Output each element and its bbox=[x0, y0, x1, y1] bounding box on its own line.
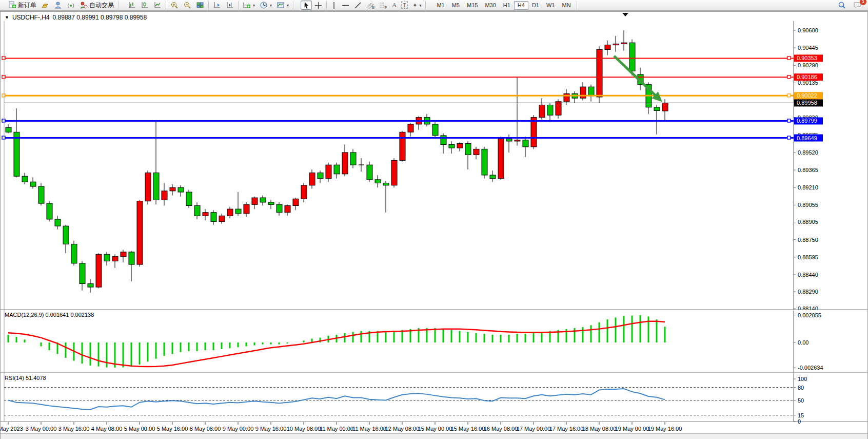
svg-text:0.90600: 0.90600 bbox=[798, 27, 818, 33]
svg-text:8 May 08:00: 8 May 08:00 bbox=[190, 426, 221, 432]
svg-text:E: E bbox=[372, 6, 374, 9]
new-order-icon bbox=[8, 1, 16, 9]
svg-text:0.90022: 0.90022 bbox=[797, 92, 817, 99]
zoom-in-icon bbox=[170, 1, 179, 9]
svg-text:0.89365: 0.89365 bbox=[798, 167, 818, 173]
svg-text:0.88905: 0.88905 bbox=[798, 219, 818, 225]
toolbar-grip[interactable] bbox=[2, 2, 5, 9]
svg-text:0.90186: 0.90186 bbox=[797, 74, 817, 80]
rsi-line bbox=[8, 389, 665, 410]
svg-text:0.00: 0.00 bbox=[798, 339, 808, 346]
svg-text:0.88750: 0.88750 bbox=[798, 237, 818, 243]
svg-text:0.90290: 0.90290 bbox=[798, 62, 818, 68]
new-order-button[interactable]: 新订单 bbox=[6, 1, 38, 10]
toolbar-grip[interactable] bbox=[122, 2, 124, 9]
signal-button[interactable] bbox=[65, 1, 77, 10]
vertical-line-icon bbox=[331, 2, 337, 9]
svg-text:12 May 08:00: 12 May 08:00 bbox=[385, 426, 420, 432]
horizontal-line-objects[interactable] bbox=[2, 56, 794, 139]
cursor-button[interactable] bbox=[301, 1, 312, 10]
autotrading-label: 自动交易 bbox=[89, 1, 114, 10]
indicators-button[interactable]: ▾ bbox=[241, 1, 257, 10]
bar-chart-icon bbox=[128, 1, 136, 9]
zoom-out-button[interactable] bbox=[181, 1, 193, 10]
svg-text:15: 15 bbox=[798, 412, 804, 418]
status-strip bbox=[1, 433, 867, 439]
templates-button[interactable]: ▾ bbox=[274, 1, 291, 10]
toolbar-separator bbox=[293, 1, 293, 9]
timeframe-h4-button[interactable]: H4 bbox=[514, 1, 528, 10]
rsi-panel: 1008050150 bbox=[4, 376, 807, 425]
timeframe-m1-button[interactable]: M1 bbox=[433, 1, 448, 10]
arrows-button[interactable]: ✦ ▾ bbox=[410, 1, 423, 10]
notifications-button[interactable]: 1 bbox=[851, 1, 864, 10]
timeframe-h1-button[interactable]: H1 bbox=[500, 1, 514, 10]
chart-shift-marker[interactable] bbox=[622, 13, 628, 16]
svg-text:0: 0 bbox=[798, 418, 801, 425]
tile-windows-button[interactable] bbox=[194, 1, 206, 10]
timeframe-mn-button[interactable]: MN bbox=[558, 1, 574, 10]
text-tool-icon: A bbox=[392, 1, 397, 9]
svg-text:17 May 16:00: 17 May 16:00 bbox=[549, 426, 584, 432]
crosshair-button[interactable] bbox=[312, 1, 324, 10]
toolbar-grip[interactable] bbox=[429, 2, 431, 9]
svg-text:0.88140: 0.88140 bbox=[798, 306, 818, 312]
periods-button[interactable]: ▾ bbox=[258, 1, 274, 10]
svg-text:15 May 16:00: 15 May 16:00 bbox=[451, 426, 485, 432]
chart-shift-button[interactable] bbox=[224, 1, 236, 10]
bar-chart-button[interactable] bbox=[126, 1, 138, 10]
time-axis: 2 May 20233 May 00:003 May 16:004 May 08… bbox=[1, 422, 682, 432]
svg-text:17 May 00:00: 17 May 00:00 bbox=[517, 426, 551, 432]
text-button[interactable]: A bbox=[390, 1, 399, 10]
svg-text:0.89210: 0.89210 bbox=[798, 184, 818, 190]
timeframe-m5-button[interactable]: M5 bbox=[448, 1, 463, 10]
toolbar-separator bbox=[577, 1, 577, 9]
toolbar-grip[interactable] bbox=[297, 2, 299, 9]
svg-text:50: 50 bbox=[798, 397, 804, 404]
timeframe-m15-button[interactable]: M15 bbox=[463, 1, 481, 10]
gold-bars-button[interactable] bbox=[39, 1, 51, 10]
trendline-button[interactable] bbox=[352, 1, 364, 10]
autotrading-icon bbox=[80, 1, 88, 9]
toolbar-separator bbox=[425, 1, 426, 9]
toolbar-separator bbox=[118, 1, 119, 9]
signal-icon bbox=[67, 1, 75, 9]
gold-bars-icon bbox=[41, 1, 49, 9]
zoom-in-button[interactable] bbox=[168, 1, 181, 10]
profile-button[interactable] bbox=[52, 1, 64, 10]
text-label-button[interactable]: T bbox=[399, 1, 410, 10]
fibonacci-button[interactable]: F bbox=[377, 1, 389, 10]
rsi-label: RSI(14) 51.4078 bbox=[5, 375, 46, 381]
svg-text:11 May 00:00: 11 May 00:00 bbox=[320, 426, 353, 432]
chevron-down-icon: ▾ bbox=[419, 3, 421, 8]
search-icon bbox=[838, 1, 846, 9]
clock-icon bbox=[260, 1, 268, 9]
search-button[interactable] bbox=[836, 1, 848, 10]
svg-text:11 May 16:00: 11 May 16:00 bbox=[352, 426, 386, 432]
timeframe-w1-button[interactable]: W1 bbox=[543, 1, 559, 10]
toolbar-separator bbox=[166, 1, 166, 9]
chart-window: ▼ USDCHF-,H4 0.89887 0.89991 0.89798 0.8… bbox=[0, 11, 868, 439]
horizontal-line-button[interactable] bbox=[340, 1, 351, 10]
vertical-line-button[interactable] bbox=[329, 1, 339, 10]
label-tool-icon: T bbox=[401, 2, 408, 9]
chevron-down-icon: ▾ bbox=[270, 3, 272, 8]
candlestick-chart-button[interactable] bbox=[139, 1, 151, 10]
svg-text:0.89799: 0.89799 bbox=[797, 118, 817, 124]
trendline-icon bbox=[354, 2, 362, 9]
timeframe-d1-button[interactable]: D1 bbox=[528, 1, 543, 10]
svg-text:0.89520: 0.89520 bbox=[798, 149, 818, 156]
svg-text:5 May 16:00: 5 May 16:00 bbox=[157, 426, 188, 432]
svg-text:15 May 00:00: 15 May 00:00 bbox=[418, 426, 452, 432]
autotrading-button[interactable]: 自动交易 bbox=[77, 1, 116, 10]
auto-scroll-button[interactable] bbox=[211, 1, 223, 10]
template-icon bbox=[277, 1, 285, 9]
timeframe-m30-button[interactable]: M30 bbox=[481, 1, 499, 10]
svg-text:0.88440: 0.88440 bbox=[798, 272, 818, 278]
svg-text:3 May 00:00: 3 May 00:00 bbox=[26, 426, 57, 432]
svg-text:3 May 16:00: 3 May 16:00 bbox=[58, 426, 90, 432]
zoom-out-icon bbox=[183, 1, 191, 9]
line-chart-button[interactable] bbox=[151, 1, 164, 10]
chart-canvas[interactable]: 0.906000.904450.902900.901350.899800.898… bbox=[1, 12, 867, 438]
equidistant-channel-button[interactable]: E bbox=[364, 1, 377, 10]
